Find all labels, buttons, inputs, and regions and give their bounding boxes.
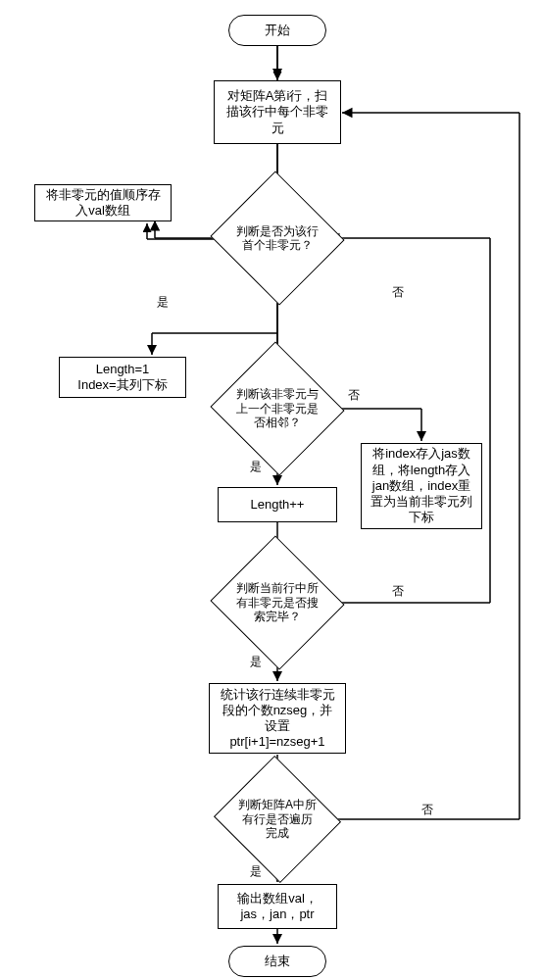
count-seg-text: 统计该行连续非零元段的个数nzseg，并设置ptr[i+1]=nzseg+1 [218,687,337,751]
scan-row-node: 对矩阵A第i行，扫描该行中每个非零元 [214,80,341,144]
store-val-text: 将非零元的值顺序存入val数组 [43,187,163,220]
inc-len-node: Length++ [218,487,337,522]
start-text: 开始 [265,23,290,38]
is-first-decision: 判断是否为该行首个非零元？ [228,192,326,284]
output-text: 输出数组val，jas，jan，ptr [226,891,328,923]
init-len-text: Length=1 Index=其列下标 [77,362,167,394]
end-node: 结束 [228,946,326,977]
edge-label-yes-3: 是 [250,654,262,670]
edge-label-yes-4: 是 [250,863,262,880]
scan-row-text: 对矩阵A第i行，扫描该行中每个非零元 [222,88,332,136]
edge-label-yes-1: 是 [157,294,169,311]
store-val-node: 将非零元的值顺序存入val数组 [34,184,172,221]
edge-label-no-3: 否 [392,583,404,600]
edge-label-no-4: 否 [421,802,433,818]
init-len-node: Length=1 Index=其列下标 [59,357,186,398]
store-idx-node: 将index存入jas数组，将length存入jan数组，index重置为当前非… [361,443,482,529]
all-scanned-decision: 判断当前行中所有非零元是否搜索完毕？ [228,557,326,649]
edge-label-no-2: 否 [348,387,360,404]
edge-label-yes-2: 是 [250,459,262,475]
start-node: 开始 [228,15,326,46]
is-adj-decision: 判断该非零元与上一个非零元是否相邻？ [228,363,326,455]
store-idx-text: 将index存入jas数组，将length存入jan数组，index重置为当前非… [370,446,473,525]
count-seg-node: 统计该行连续非零元段的个数nzseg，并设置ptr[i+1]=nzseg+1 [209,683,346,754]
edge-label-no-1: 否 [392,284,404,301]
output-node: 输出数组val，jas，jan，ptr [218,884,337,929]
end-text: 结束 [265,954,290,969]
inc-len-text: Length++ [251,497,305,513]
all-rows-decision: 判断矩阵A中所有行是否遍历完成 [230,776,324,862]
